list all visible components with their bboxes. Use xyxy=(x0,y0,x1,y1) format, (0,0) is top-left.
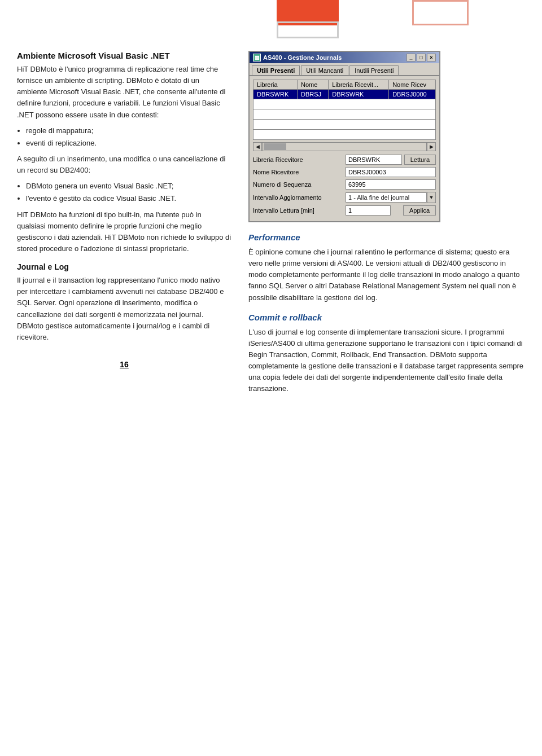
dropdown-arrow-icon[interactable]: ▼ xyxy=(427,192,436,203)
right-column: ▦ AS400 - Gestione Journals _ □ × Utili … xyxy=(248,51,525,399)
top-decoration xyxy=(0,0,542,39)
empty-row xyxy=(253,120,436,130)
empty-row xyxy=(253,130,436,140)
window-title: AS400 - Gestione Journals xyxy=(263,54,342,61)
scroll-right-arrow[interactable]: ▶ xyxy=(427,142,436,151)
as400-window: ▦ AS400 - Gestione Journals _ □ × Utili … xyxy=(248,51,440,222)
window-controls[interactable]: _ □ × xyxy=(406,54,436,61)
col-libreria: Libreria xyxy=(253,80,298,90)
input-libreria-ricevitore[interactable] xyxy=(346,155,402,165)
section1-para3: HiT DBMoto ha funzioni di tipo built-in,… xyxy=(17,209,231,255)
input-nome-ricevitore[interactable] xyxy=(346,167,436,177)
section2-title: Journal e Log xyxy=(17,262,231,271)
cell-lib-ricev: DBRSWRK xyxy=(329,90,389,99)
input-intervallo-lettura[interactable] xyxy=(346,205,391,216)
dropdown-value: 1 - Alla fine del journal xyxy=(346,192,427,203)
page-number: 16 xyxy=(17,360,231,369)
empty-row xyxy=(253,109,436,120)
dropdown-intervallo-aggiornamento[interactable]: 1 - Alla fine del journal ▼ xyxy=(346,192,436,203)
bar-outline-bottom xyxy=(277,21,339,38)
label-intervallo-lettura: Intervallo Lettura [min] xyxy=(253,207,343,214)
tab-utili-presenti[interactable]: Utili Presenti xyxy=(252,65,300,75)
label-libreria-ricevitore: Libreria Ricevitore xyxy=(253,156,343,163)
cell-nome: DBRSJ xyxy=(297,90,328,99)
empty-cell xyxy=(253,99,436,109)
empty-cell xyxy=(253,120,436,130)
as400-table: Libreria Nome Libreria Ricevit... Nome R… xyxy=(253,80,436,140)
field-row-libreria-ricevitore: Libreria Ricevitore Lettura xyxy=(253,155,436,165)
left-column: Ambiente Microsoft Visual Basic .NET HiT… xyxy=(17,51,231,399)
col-nome-ricev: Nome Ricev xyxy=(389,80,436,90)
section2-para1: Il journal e il transaction log rapprese… xyxy=(17,275,231,343)
label-numero-sequenza: Numero di Sequenza xyxy=(253,181,343,188)
bullet-item: l'evento è gestito da codice Visual Basi… xyxy=(26,193,231,204)
label-nome-ricevitore: Nome Ricevitore xyxy=(253,169,343,175)
bullet-item: eventi di replicazione. xyxy=(26,138,231,149)
tab-inutili-presenti[interactable]: Inutili Presenti xyxy=(349,65,399,75)
cell-nome-ricev: DBRSJ0000 xyxy=(389,90,436,99)
table-row[interactable]: DBRSWRK DBRSJ DBRSWRK DBRSJ0000 xyxy=(253,90,436,99)
empty-cell xyxy=(253,130,436,140)
performance-para: È opinione comune che i journal rallenti… xyxy=(248,247,525,304)
input-numero-sequenza[interactable] xyxy=(346,179,436,190)
cell-libreria: DBRSWRK xyxy=(253,90,298,99)
minimize-button[interactable]: _ xyxy=(406,54,416,61)
as400-tabs: Utili Presenti Utili Mancanti Inutili Pr… xyxy=(250,63,439,76)
field-row-intervallo-lettura: Intervallo Lettura [min] Applica xyxy=(253,205,436,216)
bullet-item: DBMoto genera un evento Visual Basic .NE… xyxy=(26,181,231,192)
label-intervallo-aggiornamento: Intervallo Aggiornamento xyxy=(253,194,343,201)
maximize-button[interactable]: □ xyxy=(417,54,426,61)
as400-fields: Libreria Ricevitore Lettura Nome Ricevit… xyxy=(253,155,436,216)
empty-row xyxy=(253,99,436,109)
section1-para2: A seguito di un inserimento, una modific… xyxy=(17,153,231,176)
commit-heading: Commit e rollback xyxy=(248,313,525,322)
close-button[interactable]: × xyxy=(427,54,436,61)
as400-title-area: ▦ AS400 - Gestione Journals xyxy=(253,54,342,61)
as400-body: Libreria Nome Libreria Ricevit... Nome R… xyxy=(250,76,439,221)
section1-title: Ambiente Microsoft Visual Basic .NET xyxy=(17,51,231,60)
applica-button[interactable]: Applica xyxy=(403,205,436,216)
window-app-icon: ▦ xyxy=(253,54,261,61)
commit-para: L'uso di journal e log consente di imple… xyxy=(248,327,525,395)
lettura-button[interactable]: Lettura xyxy=(404,155,436,165)
tab-utili-mancanti[interactable]: Utili Mancanti xyxy=(301,65,348,75)
scroll-left-arrow[interactable]: ◀ xyxy=(253,142,262,151)
empty-cell xyxy=(253,109,436,120)
section1-para1: HiT DBMoto è l'unico programma di replic… xyxy=(17,64,231,121)
performance-heading: Performance xyxy=(248,232,525,242)
col-nome: Nome xyxy=(297,80,328,90)
hscroll-thumb[interactable] xyxy=(264,143,286,150)
h-scrollbar[interactable]: ◀ ▶ xyxy=(253,142,436,151)
col-libreria-ricevit: Libreria Ricevit... xyxy=(329,80,389,90)
hscroll-track[interactable] xyxy=(262,142,427,151)
bar-outline-right xyxy=(412,0,469,25)
field-row-intervallo-aggiornamento: Intervallo Aggiornamento 1 - Alla fine d… xyxy=(253,192,436,203)
field-row-nome-ricevitore: Nome Ricevitore xyxy=(253,167,436,177)
bullet-item: regole di mappatura; xyxy=(26,125,231,137)
section1-bullets: regole di mappatura; eventi di replicazi… xyxy=(26,125,231,149)
as400-titlebar: ▦ AS400 - Gestione Journals _ □ × xyxy=(250,52,439,63)
section1-bullets2: DBMoto genera un evento Visual Basic .NE… xyxy=(26,181,231,204)
field-row-numero-sequenza: Numero di Sequenza xyxy=(253,179,436,190)
